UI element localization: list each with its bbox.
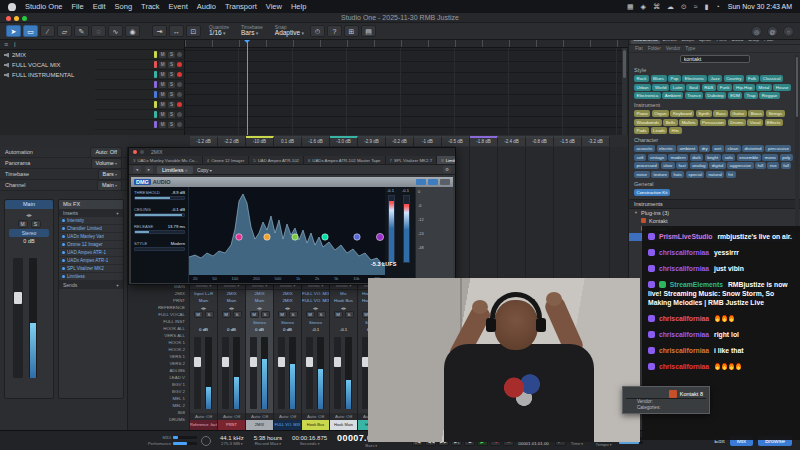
bank-channel-name[interactable]: PRNT: [128, 298, 189, 305]
mixer-channel-strip[interactable]: Sends ▾ 2MIX 2MIX ◂▸ M S Stereo 0 dB Aut…: [274, 282, 302, 430]
channel-gain-value[interactable]: -0.5 dB: [442, 136, 470, 146]
channel-gain-value[interactable]: -1.8 dB: [470, 136, 498, 146]
strip-fader[interactable]: [194, 337, 201, 409]
bank-channel-name[interactable]: 808: [128, 410, 189, 417]
volume-fader[interactable]: [13, 258, 23, 378]
track-solo-button[interactable]: S: [168, 52, 175, 58]
insert-slot[interactable]: Ozone 12 Imager: [59, 241, 123, 249]
strip-automation-mode[interactable]: Auto: Off: [274, 413, 301, 420]
bank-channel-name[interactable]: DRUMS: [128, 417, 189, 424]
panorama-select[interactable]: Volume: [91, 158, 122, 169]
track-row[interactable]: M S: [95, 80, 185, 90]
track-mute-button[interactable]: M: [159, 52, 166, 58]
strip-fader-cap[interactable]: [334, 357, 341, 367]
character-tag[interactable]: dry: [699, 145, 710, 152]
plugin-ab-button[interactable]: [416, 179, 426, 185]
arrange-vertical-scrollbar[interactable]: [622, 48, 627, 135]
menu-item[interactable]: Audio: [197, 2, 216, 11]
strip-output[interactable]: FULL VO. MIX: [302, 297, 329, 304]
character-tag[interactable]: noise: [634, 171, 650, 178]
record-arm-button[interactable]: [177, 102, 182, 107]
prev-plugin-button[interactable]: ◂: [133, 166, 141, 173]
strip-fader[interactable]: [278, 337, 285, 409]
browser-search-input[interactable]: [680, 55, 750, 63]
limiter-param[interactable]: THRESHOLD-8.9 dB: [134, 190, 185, 200]
strip-gain-value[interactable]: 0 dB: [218, 326, 245, 333]
track-solo-button[interactable]: S: [168, 122, 175, 128]
paint-tool-button[interactable]: ✎: [74, 25, 89, 37]
channel-gain-value[interactable]: -1 dB: [414, 136, 442, 146]
bank-channel-name[interactable]: HOOK 1: [128, 340, 189, 347]
strip-name-plate[interactable]: Hook Main: [330, 420, 357, 430]
bank-channel-name[interactable]: BGV 2: [128, 389, 189, 396]
strip-automation-mode[interactable]: Auto: Off: [246, 413, 273, 420]
instrument-tag[interactable]: Brass: [748, 110, 764, 117]
help-info-button[interactable]: ?: [327, 25, 342, 37]
track-mute-button[interactable]: M: [159, 82, 166, 88]
menu-item[interactable]: Edit: [93, 2, 106, 11]
strip-fader[interactable]: [334, 337, 341, 409]
power-icon[interactable]: [62, 243, 65, 246]
style-tag[interactable]: Rock: [634, 75, 649, 82]
track-row[interactable]: M S: [95, 70, 185, 80]
strip-gain-value[interactable]: 0 dB: [246, 326, 273, 333]
menu-item[interactable]: Help: [291, 2, 306, 11]
strip-solo-button[interactable]: S: [289, 311, 298, 318]
strip-mute-button[interactable]: M: [278, 311, 287, 318]
strip-input-route[interactable]: 2MIX: [274, 290, 301, 297]
limiter-param[interactable]: RELEASE13.79 ms: [134, 224, 185, 234]
instrument-tag[interactable]: Hits: [669, 127, 682, 134]
insert-chain-tab[interactable]: 5 UAD Ampex ATR-102: [249, 156, 304, 164]
arrow-tool-button[interactable]: ➤: [6, 25, 21, 37]
strip-input-route[interactable]: FULL VO. MIX: [302, 290, 329, 297]
channel-gain-value[interactable]: -10 dB: [246, 136, 274, 146]
status-icon[interactable]: ▮: [705, 3, 709, 11]
strip-gain-value[interactable]: 0 dB: [190, 326, 217, 333]
track-row[interactable]: M S: [95, 100, 185, 110]
strip-stereo-label[interactable]: [190, 319, 217, 326]
track-row[interactable]: M S: [95, 120, 185, 130]
power-icon[interactable]: [62, 275, 65, 278]
character-tag[interactable]: electric: [657, 145, 676, 152]
strip-pan-control[interactable]: ◂▸: [274, 304, 301, 311]
pan-control[interactable]: ◂▸: [5, 209, 53, 219]
strip-fader[interactable]: [250, 337, 257, 409]
toolbar-circle-icon[interactable]: @: [767, 26, 778, 37]
quantize-combo[interactable]: Quantize 1/16: [209, 25, 229, 37]
character-tag[interactable]: ensemble: [737, 154, 761, 161]
track-solo-button[interactable]: S: [168, 82, 175, 88]
instrument-tag[interactable]: Strings: [766, 110, 785, 117]
channel-gain-value[interactable]: -1.5 dB: [554, 136, 582, 146]
channel-gain-value[interactable]: -3.0 dB: [330, 136, 358, 146]
style-tag[interactable]: Country: [724, 75, 744, 82]
snap-mode-combo[interactable]: Snap Adaptive: [275, 25, 304, 37]
bank-channel-name[interactable]: HOOK 2: [128, 347, 189, 354]
character-tag[interactable]: ambient: [677, 145, 698, 152]
insert-slot[interactable]: Limitless: [59, 273, 123, 281]
status-icon[interactable]: ◔: [716, 3, 720, 11]
strip-mute-button[interactable]: M: [306, 311, 315, 318]
character-tag[interactable]: digital: [709, 162, 725, 169]
strip-automation-mode[interactable]: Auto: Off: [190, 413, 217, 420]
record-arm-button[interactable]: [177, 72, 182, 77]
status-icon[interactable]: ⊙: [681, 3, 687, 11]
character-tag[interactable]: modern: [668, 154, 688, 161]
channel-gain-value[interactable]: -3.2 dB: [582, 136, 610, 146]
track-mute-button[interactable]: M: [159, 112, 166, 118]
track-solo-button[interactable]: S: [168, 112, 175, 118]
instrument-tag[interactable]: Percussion: [700, 119, 727, 126]
instrument-tag[interactable]: Keyboard: [670, 110, 694, 117]
chat-username[interactable]: PrismLiveStudio: [659, 233, 713, 240]
character-tag[interactable]: distorted: [742, 145, 764, 152]
instrument-tag[interactable]: Woodwinds: [634, 119, 662, 126]
insert-chain-tab[interactable]: 7 SPL Vitalizer MK2-T: [386, 156, 438, 164]
record-arm-button[interactable]: [177, 62, 182, 67]
status-icon[interactable]: ☁: [667, 3, 674, 11]
insert-chain-tab[interactable]: 8 Limitless: [437, 156, 455, 164]
mixer-channel-strip[interactable]: Sends ▾ 2MIX Main ◂▸ M S 0 dB Auto: Off …: [218, 282, 246, 430]
character-tag[interactable]: vintage: [648, 154, 667, 161]
timebase-combo[interactable]: Timebase Bars: [241, 25, 263, 37]
strip-output[interactable]: Hook Bus: [330, 297, 357, 304]
strip-pan-control[interactable]: ◂▸: [302, 304, 329, 311]
toolbar-circle-icon[interactable]: ◎: [751, 26, 762, 37]
